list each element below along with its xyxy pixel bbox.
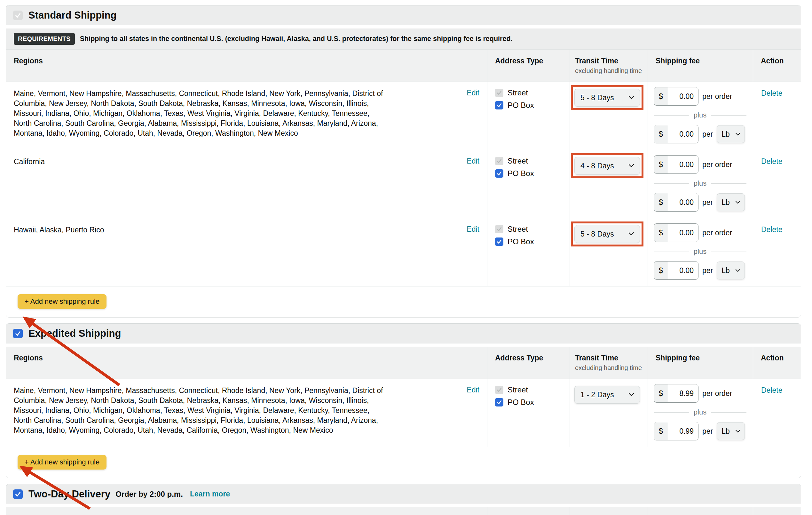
fee-per-order-input[interactable] bbox=[668, 87, 698, 105]
street-label: Street bbox=[508, 157, 528, 165]
plus-divider: plus bbox=[654, 247, 747, 256]
fee-per-order-input[interactable] bbox=[668, 384, 698, 402]
section-title: Expedited Shipping bbox=[28, 328, 121, 339]
col-shipping-fee: Shipping fee bbox=[648, 347, 753, 379]
per-weight-fee-group: $ bbox=[654, 261, 698, 280]
currency-prefix: $ bbox=[654, 422, 668, 440]
regions-text: California bbox=[14, 157, 45, 167]
currency-prefix: $ bbox=[654, 156, 668, 173]
divider bbox=[6, 504, 801, 507]
weight-unit-select[interactable]: Lb bbox=[717, 422, 745, 440]
fee-per-weight-input[interactable] bbox=[668, 193, 698, 211]
fee-per-weight-input[interactable] bbox=[668, 262, 698, 279]
learn-more-link[interactable]: Learn more bbox=[190, 490, 230, 498]
chevron-down-icon bbox=[735, 201, 740, 204]
regions-text: Maine, Vermont, New Hampshire, Massachus… bbox=[14, 89, 383, 138]
street-label: Street bbox=[508, 225, 528, 234]
transit-time-select[interactable]: 5 - 8 Days bbox=[574, 89, 640, 107]
pobox-checkbox[interactable] bbox=[495, 238, 503, 246]
chevron-down-icon bbox=[735, 133, 740, 136]
per-weight-fee-group: $ bbox=[654, 125, 698, 143]
per-order-label: per order bbox=[702, 92, 732, 101]
two-day-delivery-checkbox[interactable] bbox=[13, 489, 23, 499]
pobox-checkbox[interactable] bbox=[495, 101, 503, 109]
section-title: Standard Shipping bbox=[28, 9, 117, 21]
street-checkbox-row: Street bbox=[495, 385, 570, 394]
edit-regions-link[interactable]: Edit bbox=[467, 225, 480, 234]
edit-regions-link[interactable]: Edit bbox=[467, 89, 480, 97]
expedited-shipping-checkbox[interactable] bbox=[13, 329, 23, 338]
table-row: Maine, Vermont, New Hampshire, Massachus… bbox=[6, 379, 801, 447]
two-day-delivery-header: Two-Day Delivery Order by 2:00 p.m. Lear… bbox=[6, 484, 801, 504]
weight-unit-select[interactable]: Lb bbox=[717, 125, 745, 143]
col-transit-time: Transit Time excluding handling time bbox=[570, 50, 648, 82]
per-weight-fee-group: $ bbox=[654, 422, 698, 440]
divider bbox=[6, 25, 801, 28]
pobox-checkbox[interactable] bbox=[495, 169, 503, 178]
col-transit-sub: excluding handling time bbox=[575, 67, 648, 75]
regions-text: Hawaii, Alaska, Puerto Rico bbox=[14, 225, 104, 235]
transit-time-select[interactable]: 4 - 8 Days bbox=[574, 157, 640, 175]
requirements-text: Shipping to all states in the continenta… bbox=[80, 35, 513, 43]
per-label: per bbox=[702, 266, 713, 275]
transit-highlight-box: 4 - 8 Days bbox=[571, 153, 643, 178]
street-checkbox bbox=[495, 386, 503, 394]
transit-time-select[interactable]: 5 - 8 Days bbox=[574, 225, 640, 243]
standard-shipping-header: Standard Shipping bbox=[6, 5, 801, 25]
fee-per-order-input[interactable] bbox=[668, 156, 698, 173]
currency-prefix: $ bbox=[654, 87, 668, 105]
col-shipping-fee: Shipping fee bbox=[648, 507, 753, 515]
pobox-checkbox-row: PO Box bbox=[495, 169, 570, 178]
street-checkbox bbox=[495, 157, 503, 165]
per-order-fee-group: $ bbox=[654, 155, 698, 174]
chevron-down-icon bbox=[735, 430, 740, 433]
fee-per-weight-input[interactable] bbox=[668, 422, 698, 440]
transit-time-select[interactable]: 1 - 2 Days bbox=[574, 386, 640, 404]
weight-unit-value: Lb bbox=[722, 427, 730, 436]
transit-highlight-box: 5 - 8 Days bbox=[571, 221, 643, 246]
street-label: Street bbox=[508, 88, 528, 97]
edit-regions-link[interactable]: Edit bbox=[467, 386, 480, 394]
check-icon bbox=[497, 171, 502, 176]
col-address-type: Address Type bbox=[487, 347, 570, 379]
pobox-checkbox[interactable] bbox=[495, 398, 503, 406]
requirements-banner: REQUIREMENTS Shipping to all states in t… bbox=[6, 28, 801, 50]
add-shipping-rule-button[interactable]: + Add new shipping rule bbox=[18, 455, 107, 469]
edit-regions-link[interactable]: Edit bbox=[467, 157, 480, 165]
plus-divider: plus bbox=[654, 408, 747, 416]
delete-link[interactable]: Delete bbox=[761, 89, 782, 97]
check-icon bbox=[15, 12, 21, 18]
expedited-shipping-header: Expedited Shipping bbox=[6, 324, 801, 344]
chevron-down-icon bbox=[629, 164, 634, 167]
plus-divider: plus bbox=[654, 111, 747, 119]
per-order-label: per order bbox=[702, 160, 732, 169]
delete-link[interactable]: Delete bbox=[761, 386, 782, 394]
street-checkbox bbox=[495, 89, 503, 97]
col-action: Action bbox=[753, 347, 801, 379]
fee-per-weight-input[interactable] bbox=[668, 125, 698, 143]
add-shipping-rule-button[interactable]: + Add new shipping rule bbox=[18, 294, 107, 309]
chevron-down-icon bbox=[629, 393, 634, 396]
transit-time-value: 4 - 8 Days bbox=[580, 162, 614, 170]
per-order-label: per order bbox=[702, 389, 732, 398]
check-icon bbox=[497, 239, 502, 244]
col-address-type: Address Type bbox=[487, 50, 570, 82]
check-icon bbox=[497, 400, 502, 405]
per-order-label: per order bbox=[702, 228, 732, 237]
chevron-down-icon bbox=[629, 233, 634, 236]
weight-unit-select[interactable]: Lb bbox=[717, 262, 745, 279]
currency-prefix: $ bbox=[654, 262, 668, 279]
delete-link[interactable]: Delete bbox=[761, 225, 782, 234]
delete-link[interactable]: Delete bbox=[761, 157, 782, 165]
pobox-label: PO Box bbox=[508, 398, 534, 407]
section-expedited-shipping: Expedited Shipping Regions Address Type … bbox=[6, 323, 801, 478]
currency-prefix: $ bbox=[654, 125, 668, 143]
weight-unit-value: Lb bbox=[722, 266, 730, 275]
fee-per-order-input[interactable] bbox=[668, 224, 698, 242]
pobox-label: PO Box bbox=[508, 101, 534, 110]
col-transit-time: Transit Time excluding handling time bbox=[570, 347, 648, 379]
col-regions: Regions bbox=[6, 347, 487, 379]
section-two-day-delivery: Two-Day Delivery Order by 2:00 p.m. Lear… bbox=[6, 484, 801, 515]
table-header: Regions Address Type Transit Time exclud… bbox=[6, 50, 801, 82]
weight-unit-select[interactable]: Lb bbox=[717, 193, 745, 211]
